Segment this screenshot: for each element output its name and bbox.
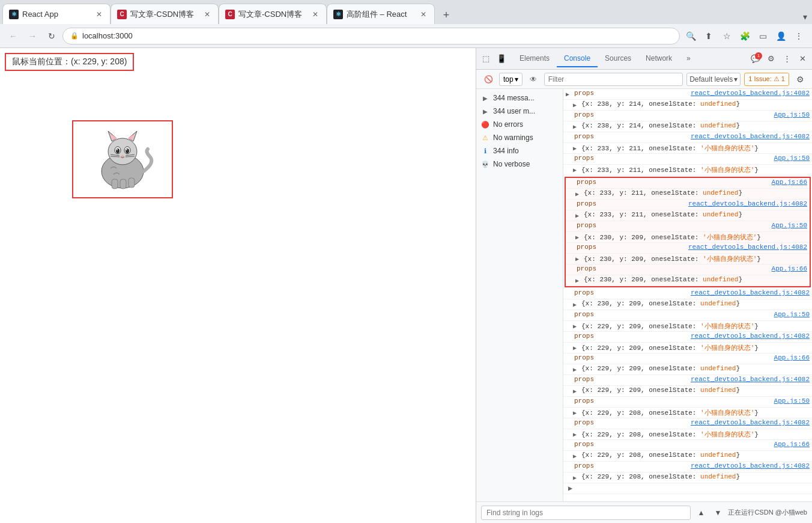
expand-icon[interactable] xyxy=(566,419,573,420)
expand-icon[interactable] xyxy=(566,462,573,463)
expand-icon[interactable]: ▶ xyxy=(573,387,580,395)
log-source[interactable]: react_devtools_backend.js:4082 xyxy=(683,200,807,207)
log-source[interactable]: App.js:50 xyxy=(769,311,810,318)
expand-icon[interactable] xyxy=(566,354,573,355)
tab-gaojie[interactable]: ⚛ 高阶组件 – React ✕ xyxy=(327,4,435,24)
filter-input[interactable] xyxy=(548,75,679,84)
device-toolbar-icon[interactable]: 📱 xyxy=(494,52,509,66)
levels-select[interactable]: Default levels ▾ xyxy=(686,73,741,86)
devtools-tab-network[interactable]: Network xyxy=(638,50,679,67)
tab-csdn2-close[interactable]: ✕ xyxy=(311,10,320,19)
sidebar-icon[interactable]: ▭ xyxy=(754,28,771,44)
tab-react-close[interactable]: ✕ xyxy=(94,10,104,19)
expand-icon[interactable]: ▶ xyxy=(573,300,580,308)
tab-csdn1[interactable]: C 写文章-CSDN博客 ✕ xyxy=(111,4,219,24)
devtools-settings-icon[interactable]: ⚙ xyxy=(764,52,778,66)
console-settings-icon[interactable]: ⚙ xyxy=(793,72,807,87)
tab-gaojie-close[interactable]: ✕ xyxy=(419,10,428,19)
share-icon[interactable]: ⬆ xyxy=(700,28,717,44)
expand-icon[interactable]: ▶ xyxy=(573,322,580,330)
devtools-tab-more[interactable]: » xyxy=(679,50,698,67)
console-log-area[interactable]: ▶ props react_devtools_backend.js:4082 ▶… xyxy=(563,89,812,501)
filter-input-container[interactable] xyxy=(544,73,683,86)
log-source[interactable]: App.js:50 xyxy=(767,222,807,229)
expand-icon[interactable] xyxy=(568,265,575,266)
eye-icon[interactable]: 👁 xyxy=(526,72,541,87)
devtools-tab-console[interactable]: Console xyxy=(557,50,598,67)
expand-icon[interactable]: ▶ xyxy=(573,144,580,152)
tab-csdn2[interactable]: C 写文章-CSDN博客 ✕ xyxy=(219,4,327,24)
log-source[interactable]: react_devtools_backend.js:4082 xyxy=(686,332,810,340)
expand-icon[interactable]: ▶ xyxy=(573,430,580,438)
extension-icon[interactable]: 🧩 xyxy=(736,28,753,44)
devtools-more-options-icon[interactable]: ⋮ xyxy=(780,52,794,66)
search-icon[interactable]: 🔍 xyxy=(682,28,699,44)
log-source[interactable]: App.js:66 xyxy=(769,354,810,361)
sidebar-user-messages[interactable]: ▶ 344 user m... xyxy=(476,105,563,118)
bookmark-icon[interactable]: ☆ xyxy=(718,28,735,44)
expand-icon[interactable] xyxy=(568,200,575,201)
expand-icon[interactable]: ▶ xyxy=(575,189,583,198)
expand-icon[interactable] xyxy=(566,441,573,442)
find-up-icon[interactable]: ▲ xyxy=(694,506,707,519)
log-source[interactable]: react_devtools_backend.js:4082 xyxy=(683,243,807,251)
expand-icon[interactable]: ▶ xyxy=(566,90,573,98)
console-badge-btn[interactable]: 💬 1 xyxy=(748,52,763,66)
devtools-tab-sources[interactable]: Sources xyxy=(598,50,638,67)
expand-icon[interactable]: ▶ xyxy=(573,122,580,130)
log-source[interactable]: App.js:66 xyxy=(769,441,810,448)
address-input-container[interactable]: 🔒 localhost:3000 xyxy=(62,28,680,44)
devtools-tab-elements[interactable]: Elements xyxy=(512,50,557,67)
new-tab-button[interactable]: + xyxy=(437,6,455,24)
expand-icon[interactable] xyxy=(568,179,575,180)
expand-icon[interactable] xyxy=(566,289,573,290)
tab-overflow-chevron[interactable]: ▾ xyxy=(801,10,810,24)
tab-react-app[interactable]: ⚛ React App ✕ xyxy=(2,4,111,24)
expand-icon[interactable]: ▶ xyxy=(575,254,583,263)
log-source[interactable]: App.js:66 xyxy=(767,265,807,272)
menu-icon[interactable]: ⋮ xyxy=(790,28,807,44)
log-source[interactable]: react_devtools_backend.js:4082 xyxy=(686,90,810,97)
expand-icon[interactable]: ▶ xyxy=(573,100,580,109)
console-clear-icon[interactable]: 🚫 xyxy=(481,72,495,87)
expand-icon[interactable]: ▶ xyxy=(575,211,583,219)
expand-icon[interactable] xyxy=(566,311,573,312)
log-source[interactable]: react_devtools_backend.js:4082 xyxy=(686,289,810,296)
find-input[interactable] xyxy=(486,509,685,517)
log-source[interactable]: react_devtools_backend.js:4082 xyxy=(686,133,810,140)
expand-icon[interactable]: ▶ xyxy=(575,233,583,241)
context-select[interactable]: top ▾ xyxy=(499,73,523,86)
expand-icon[interactable] xyxy=(566,154,573,156)
back-button[interactable]: ← xyxy=(5,28,22,44)
inspect-element-icon[interactable]: ⬚ xyxy=(479,52,493,66)
log-source[interactable]: App.js:50 xyxy=(769,397,810,405)
sidebar-info[interactable]: ℹ 344 info xyxy=(476,144,563,158)
devtools-close-icon[interactable]: ✕ xyxy=(795,52,810,66)
find-input-container[interactable] xyxy=(481,506,691,520)
tab-csdn1-close[interactable]: ✕ xyxy=(202,10,212,19)
log-source[interactable]: App.js:50 xyxy=(769,154,810,162)
sidebar-verbose[interactable]: 💀 No verbose xyxy=(476,158,563,171)
expand-icon[interactable]: ▶ xyxy=(573,408,580,417)
sidebar-errors[interactable]: 🔴 No errors xyxy=(476,118,563,131)
expand-icon[interactable] xyxy=(568,222,575,223)
expand-icon[interactable] xyxy=(566,376,573,377)
sidebar-messages[interactable]: ▶ 344 messa... xyxy=(476,91,563,105)
find-down-icon[interactable]: ▼ xyxy=(711,506,724,519)
log-source[interactable]: App.js:50 xyxy=(769,111,810,118)
expand-icon[interactable] xyxy=(568,243,575,245)
expand-icon[interactable] xyxy=(566,111,573,112)
log-source[interactable]: App.js:66 xyxy=(767,179,807,186)
expand-icon[interactable]: ▶ xyxy=(573,451,580,460)
forward-button[interactable]: → xyxy=(24,28,41,44)
profile-icon[interactable]: 👤 xyxy=(772,28,789,44)
sidebar-warnings[interactable]: ⚠ No warnings xyxy=(476,131,563,144)
expand-icon[interactable] xyxy=(566,332,573,334)
expand-icon[interactable]: ▶ xyxy=(573,343,580,352)
log-source[interactable]: react_devtools_backend.js:4082 xyxy=(686,376,810,383)
expand-icon[interactable]: ▶ xyxy=(573,165,580,174)
bottom-expand-icon[interactable]: ▶ xyxy=(568,484,572,493)
issue-badge[interactable]: 1 Issue: ⚠ 1 xyxy=(744,73,789,86)
expand-icon[interactable]: ▶ xyxy=(573,365,580,373)
expand-icon[interactable] xyxy=(566,133,573,134)
